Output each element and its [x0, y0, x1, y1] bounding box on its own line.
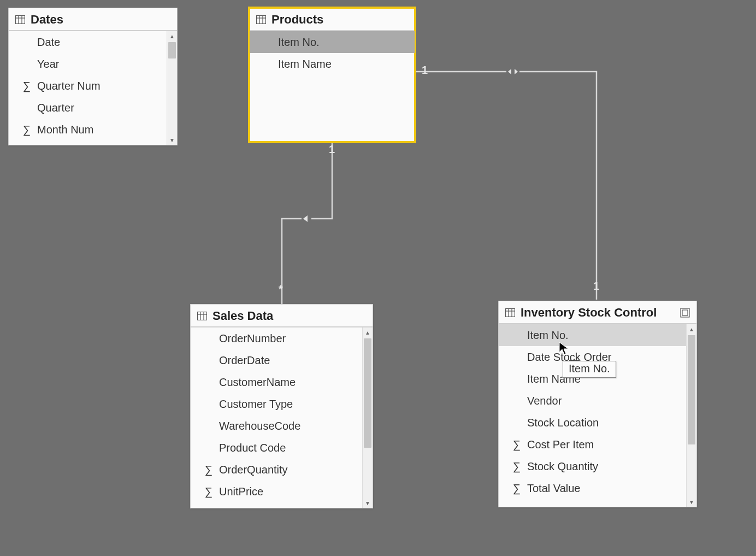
field-list-sales: OrderNumber OrderDate CustomerName Custo…	[191, 327, 373, 508]
field-list-inventory: Item No. Date Stock Order Item Name Vend…	[499, 324, 696, 507]
field-product-code[interactable]: Product Code	[191, 437, 373, 459]
field-label: Month Num	[34, 124, 93, 136]
field-label: Product Code	[216, 442, 286, 454]
scroll-thumb[interactable]	[688, 335, 695, 444]
table-title: Inventory Stock Control	[521, 306, 657, 320]
table-header-sales[interactable]: Sales Data	[191, 305, 373, 327]
field-label: Total Value	[524, 482, 580, 495]
field-label: Quarter	[34, 102, 74, 114]
field-year[interactable]: Year	[9, 53, 177, 75]
sigma-icon: ∑	[510, 482, 524, 495]
svg-rect-10	[198, 312, 207, 320]
scroll-down-icon[interactable]: ▼	[363, 498, 373, 508]
field-label: Quarter Num	[34, 80, 101, 92]
scroll-down-icon[interactable]: ▼	[167, 135, 177, 145]
scrollbar[interactable]: ▲ ▼	[167, 31, 177, 145]
field-label: Stock Location	[524, 417, 599, 429]
svg-rect-2	[16, 16, 25, 24]
sigma-icon: ∑	[510, 438, 524, 451]
svg-rect-0	[506, 68, 519, 75]
cardinality-inventory-top: 1	[593, 280, 599, 292]
cardinality-products-right: 1	[422, 64, 428, 77]
field-label: Item No.	[275, 36, 320, 49]
field-stock-quantity[interactable]: ∑ Stock Quantity	[499, 455, 696, 477]
table-header-inventory[interactable]: Inventory Stock Control	[499, 301, 696, 324]
drag-tooltip: Item No.	[563, 361, 616, 378]
table-title: Sales Data	[212, 309, 273, 323]
field-cost-per-item[interactable]: ∑ Cost Per Item	[499, 434, 696, 455]
table-icon	[256, 15, 266, 24]
field-unitprice[interactable]: ∑ UnitPrice	[191, 481, 373, 502]
field-label: Item No.	[524, 329, 569, 342]
field-label: Year	[34, 58, 59, 71]
field-label: OrderDate	[216, 354, 270, 367]
sigma-icon: ∑	[20, 80, 34, 92]
table-inventory[interactable]: Inventory Stock Control Item No. Date St…	[498, 301, 697, 507]
sigma-icon: ∑	[510, 460, 524, 473]
table-dates[interactable]: Dates Date Year ∑ Quarter Num Quarter ∑ …	[8, 8, 178, 145]
field-quarter-num[interactable]: ∑ Quarter Num	[9, 75, 177, 97]
svg-rect-6	[257, 16, 266, 24]
scroll-up-icon[interactable]: ▲	[363, 327, 373, 337]
field-label: OrderQuantity	[216, 464, 288, 476]
scroll-thumb[interactable]	[168, 42, 176, 58]
field-label: Vendor	[524, 395, 562, 407]
field-label: CustomerName	[216, 376, 296, 389]
field-stock-location[interactable]: Stock Location	[499, 412, 696, 434]
field-inv-item-no[interactable]: Item No.	[499, 324, 696, 346]
field-list-dates: Date Year ∑ Quarter Num Quarter ∑ Month …	[9, 31, 177, 145]
cardinality-products-bottom: 1	[329, 143, 335, 156]
table-icon	[197, 312, 207, 320]
sigma-icon: ∑	[20, 124, 34, 136]
field-label: UnitPrice	[216, 485, 263, 498]
field-orderquantity[interactable]: ∑ OrderQuantity	[191, 459, 373, 481]
scroll-thumb[interactable]	[364, 338, 371, 448]
field-label: Customer Type	[216, 398, 293, 411]
field-ordernumber[interactable]: OrderNumber	[191, 327, 373, 349]
table-icon	[505, 308, 515, 317]
tooltip-text: Item No.	[569, 362, 610, 374]
field-list-products: Item No. Item Name	[250, 31, 415, 142]
svg-rect-1	[302, 215, 311, 223]
table-title: Products	[271, 13, 323, 27]
scrollbar[interactable]: ▲ ▼	[362, 327, 373, 508]
scrollbar[interactable]: ▲ ▼	[686, 324, 696, 507]
field-quarter[interactable]: Quarter	[9, 97, 177, 119]
field-label: OrderNumber	[216, 332, 286, 345]
field-customer-type[interactable]: Customer Type	[191, 393, 373, 415]
table-title: Dates	[31, 13, 63, 27]
svg-rect-14	[506, 309, 515, 317]
field-vendor[interactable]: Vendor	[499, 390, 696, 412]
table-icon	[15, 15, 25, 24]
table-header-products[interactable]: Products	[250, 8, 415, 31]
table-header-dates[interactable]: Dates	[9, 8, 177, 31]
field-orderdate[interactable]: OrderDate	[191, 349, 373, 371]
table-products[interactable]: Products Item No. Item Name	[249, 8, 415, 142]
field-warehousecode[interactable]: WarehouseCode	[191, 415, 373, 437]
field-customername[interactable]: CustomerName	[191, 371, 373, 393]
sigma-icon: ∑	[202, 485, 216, 498]
cardinality-sales-top: *	[279, 283, 283, 296]
field-item-no[interactable]: Item No.	[250, 31, 415, 53]
field-label: Stock Quantity	[524, 460, 598, 473]
field-item-name[interactable]: Item Name	[250, 53, 415, 75]
field-label: Cost Per Item	[524, 438, 594, 451]
field-month-num[interactable]: ∑ Month Num	[9, 119, 177, 141]
scroll-down-icon[interactable]: ▼	[687, 497, 696, 507]
field-label: Item Name	[275, 58, 332, 71]
field-label: Date	[34, 36, 60, 49]
field-date[interactable]: Date	[9, 31, 177, 53]
field-total-value[interactable]: ∑ Total Value	[499, 477, 696, 499]
scroll-up-icon[interactable]: ▲	[167, 31, 177, 41]
svg-rect-19	[682, 310, 688, 315]
scroll-up-icon[interactable]: ▲	[687, 324, 696, 334]
sigma-icon: ∑	[202, 464, 216, 476]
date-table-icon	[680, 308, 690, 318]
table-sales-data[interactable]: Sales Data OrderNumber OrderDate Custome…	[190, 304, 373, 508]
field-label: WarehouseCode	[216, 420, 300, 432]
